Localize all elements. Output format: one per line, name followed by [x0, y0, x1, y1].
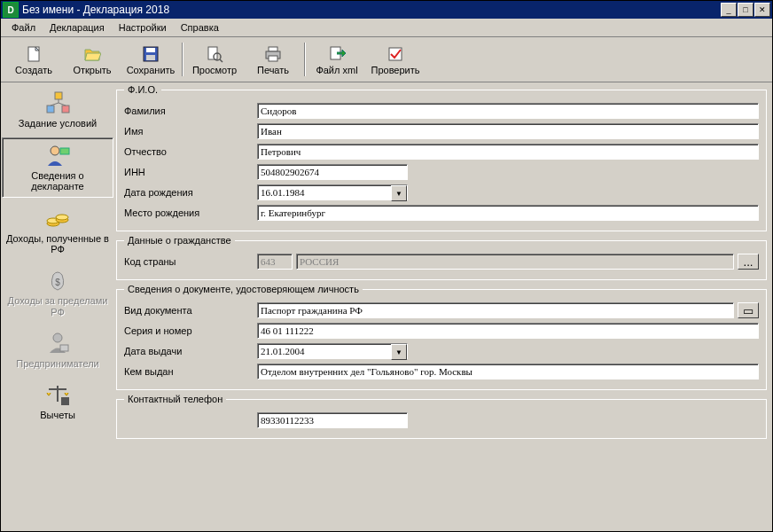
svg-rect-16 [47, 106, 54, 113]
toolbar: Создать Открыть Сохранить Просмотр Печат… [1, 37, 772, 82]
label-patronymic: Отчество [124, 146, 257, 157]
menu-bar: Файл Декларация Настройки Справка [1, 19, 772, 37]
input-country-code [257, 254, 293, 270]
svg-marker-3 [85, 53, 101, 60]
printer-icon [263, 44, 283, 64]
app-icon: D [3, 2, 19, 18]
label-birthdate: Дата рождения [124, 187, 257, 198]
group-contact: Контактный телефон [116, 394, 767, 439]
group-contact-legend: Контактный телефон [124, 394, 226, 404]
svg-rect-29 [60, 345, 68, 351]
svg-rect-15 [55, 92, 62, 99]
group-id-document-legend: Сведения о документе, удостоверяющем лич… [124, 284, 363, 294]
close-button[interactable]: ✕ [754, 3, 770, 17]
svg-line-9 [220, 59, 223, 62]
form-area: Ф.И.О. Фамилия Имя Отчество ИНН [114, 82, 772, 531]
sidebar: Задание условий Сведения о декларанте До… [1, 82, 114, 531]
window-title: Без имени - Декларация 2018 [22, 4, 721, 16]
label-issued-by: Кем выдан [124, 366, 257, 377]
input-issue-date[interactable] [257, 343, 408, 359]
svg-point-26 [56, 215, 68, 220]
group-id-document: Сведения о документе, удостоверяющем лич… [116, 284, 767, 390]
input-country-name [296, 254, 734, 270]
chevron-down-icon[interactable]: ▼ [391, 185, 407, 201]
chevron-down-icon[interactable]: ▼ [391, 344, 407, 360]
input-inn[interactable] [257, 164, 408, 180]
check-icon [386, 44, 405, 64]
entrepreneur-icon [44, 330, 71, 356]
sidebar-item-declarant[interactable]: Сведения о декларанте [2, 137, 113, 198]
svg-rect-6 [146, 55, 155, 60]
toolbar-xml[interactable]: Файл xml [308, 40, 366, 79]
input-patronymic[interactable] [257, 144, 759, 160]
toolbar-separator [304, 43, 306, 76]
label-name: Имя [124, 126, 257, 137]
label-surname: Фамилия [124, 106, 257, 116]
input-birthplace[interactable] [257, 205, 759, 221]
sidebar-item-entrepreneurs[interactable]: Предприниматели [3, 326, 113, 374]
svg-rect-5 [146, 48, 155, 52]
maximize-button[interactable]: □ [738, 3, 753, 17]
new-file-icon [24, 44, 43, 64]
toolbar-save[interactable]: Сохранить [121, 40, 180, 79]
label-inn: ИНН [124, 167, 257, 177]
toolbar-print[interactable]: Печать [244, 40, 302, 79]
label-country-code: Код страны [124, 256, 257, 267]
svg-rect-10 [269, 47, 277, 51]
sidebar-item-deductions[interactable]: Вычеты [3, 378, 113, 426]
group-fio: Ф.И.О. Фамилия Имя Отчество ИНН [116, 84, 767, 231]
menu-declaration[interactable]: Декларация [43, 20, 112, 35]
input-birthdate[interactable] [257, 184, 408, 200]
svg-rect-17 [62, 106, 69, 113]
ellipsis-icon: ▭ [743, 304, 753, 317]
export-xml-icon [327, 44, 347, 64]
svg-rect-12 [269, 56, 277, 61]
coins-icon [44, 205, 71, 231]
svg-point-28 [53, 333, 62, 342]
group-citizenship: Данные о гражданстве Код страны ... [116, 235, 767, 280]
browse-country-button[interactable]: ... [738, 254, 759, 270]
input-doc-series[interactable] [257, 323, 759, 339]
input-doc-type[interactable] [257, 302, 734, 318]
minimize-button[interactable]: _ [721, 3, 737, 17]
menu-file[interactable]: Файл [4, 20, 43, 35]
preview-magnifier-icon [205, 44, 224, 64]
app-window: D Без имени - Декларация 2018 _ □ ✕ Файл… [0, 0, 773, 532]
open-folder-icon [82, 44, 102, 64]
sidebar-item-income-foreign[interactable]: $ Доходы за пределами РФ [3, 263, 113, 322]
toolbar-open[interactable]: Открыть [63, 40, 121, 79]
menu-settings[interactable]: Настройки [112, 20, 174, 35]
label-doc-series: Серия и номер [124, 325, 257, 336]
label-doc-type: Вид документа [124, 305, 257, 316]
group-citizenship-legend: Данные о гражданстве [124, 235, 235, 246]
sidebar-item-income-rf[interactable]: Доходы, полученные в РФ [3, 201, 113, 260]
input-surname[interactable] [257, 103, 759, 119]
input-name[interactable] [257, 123, 759, 139]
label-issue-date: Дата выдачи [124, 346, 257, 356]
title-bar: D Без имени - Декларация 2018 _ □ ✕ [1, 1, 772, 19]
input-phone[interactable] [257, 412, 408, 428]
svg-text:$: $ [55, 278, 60, 287]
combo-birthdate[interactable]: ▼ [257, 184, 408, 200]
input-issued-by[interactable] [257, 364, 759, 379]
svg-rect-32 [61, 397, 69, 405]
scales-icon [44, 381, 71, 408]
toolbar-preview[interactable]: Просмотр [185, 40, 244, 79]
svg-point-21 [51, 146, 59, 155]
menu-help[interactable]: Справка [174, 20, 226, 35]
save-floppy-icon [141, 44, 160, 64]
toolbar-check[interactable]: Проверить [366, 40, 425, 79]
toolbar-create[interactable]: Создать [4, 40, 63, 79]
sidebar-item-conditions[interactable]: Задание условий [3, 86, 113, 134]
combo-issue-date[interactable]: ▼ [257, 343, 408, 359]
declarant-icon [44, 142, 71, 168]
group-fio-legend: Ф.И.О. [124, 84, 161, 95]
label-birthplace: Место рождения [124, 207, 257, 218]
svg-rect-22 [60, 148, 69, 154]
conditions-icon [44, 90, 71, 116]
browse-doc-type-button[interactable]: ▭ [738, 302, 759, 318]
toolbar-separator [182, 43, 183, 76]
money-bag-icon: $ [44, 267, 71, 293]
